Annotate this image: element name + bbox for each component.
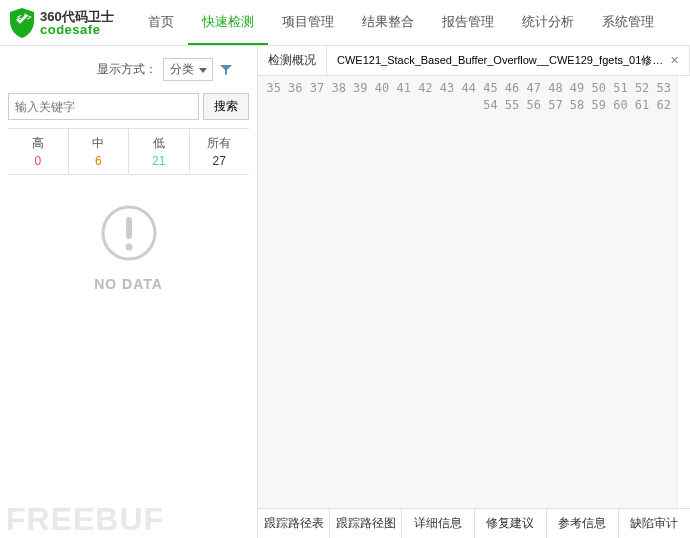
- main-nav: 首页快速检测项目管理结果整合报告管理统计分析系统管理: [134, 0, 668, 45]
- logo-text-en: codesafe: [40, 23, 114, 36]
- stat-3[interactable]: 所有27: [190, 129, 250, 174]
- watermark-text: FREEBUF: [6, 501, 164, 538]
- filter-icon[interactable]: [219, 63, 233, 77]
- bottom-tab-3[interactable]: 修复建议: [475, 509, 547, 538]
- bottom-tab-0[interactable]: 跟踪路径表: [258, 509, 330, 538]
- logo-text-cn: 360代码卫士: [40, 10, 114, 23]
- nav-item-6[interactable]: 系统管理: [588, 0, 668, 45]
- tab-file-name: CWE121_Stack_Based_Buffer_Overflow__CWE1…: [337, 53, 666, 68]
- display-mode-label: 显示方式：: [97, 61, 157, 78]
- nav-item-2[interactable]: 项目管理: [268, 0, 348, 45]
- stat-1[interactable]: 中6: [69, 129, 130, 174]
- search-button[interactable]: 搜索: [203, 93, 249, 120]
- nav-item-4[interactable]: 报告管理: [428, 0, 508, 45]
- bottom-tab-2[interactable]: 详细信息: [402, 509, 474, 538]
- nav-item-1[interactable]: 快速检测: [188, 0, 268, 45]
- search-input[interactable]: [8, 93, 199, 120]
- tab-overview[interactable]: 检测概况: [258, 46, 327, 75]
- code-view: data = atoi(inputBuffer); } else { print…: [678, 76, 690, 508]
- stat-0[interactable]: 高0: [8, 129, 69, 174]
- no-data-text: NO DATA: [8, 276, 249, 292]
- bottom-tab-5[interactable]: 缺陷审计: [619, 509, 690, 538]
- nav-item-3[interactable]: 结果整合: [348, 0, 428, 45]
- nav-item-0[interactable]: 首页: [134, 0, 188, 45]
- line-gutter: 35 36 37 38 39 40 41 42 43 44 45 46 47 4…: [258, 76, 678, 508]
- svg-point-3: [125, 244, 132, 251]
- display-mode-select[interactable]: 分类: [163, 58, 213, 81]
- no-data-panel: NO DATA: [8, 175, 249, 320]
- bottom-tab-4[interactable]: 参考信息: [547, 509, 619, 538]
- stat-2[interactable]: 低21: [129, 129, 190, 174]
- tab-file[interactable]: CWE121_Stack_Based_Buffer_Overflow__CWE1…: [327, 46, 690, 75]
- logo: </> 360代码卫士 codesafe: [8, 7, 114, 39]
- shield-icon: </>: [8, 7, 36, 39]
- svg-text:</>: </>: [17, 13, 32, 22]
- exclamation-icon: [99, 203, 159, 263]
- close-icon[interactable]: ✕: [670, 54, 679, 67]
- nav-item-5[interactable]: 统计分析: [508, 0, 588, 45]
- svg-rect-2: [126, 217, 132, 239]
- bottom-tab-1[interactable]: 跟踪路径图: [330, 509, 402, 538]
